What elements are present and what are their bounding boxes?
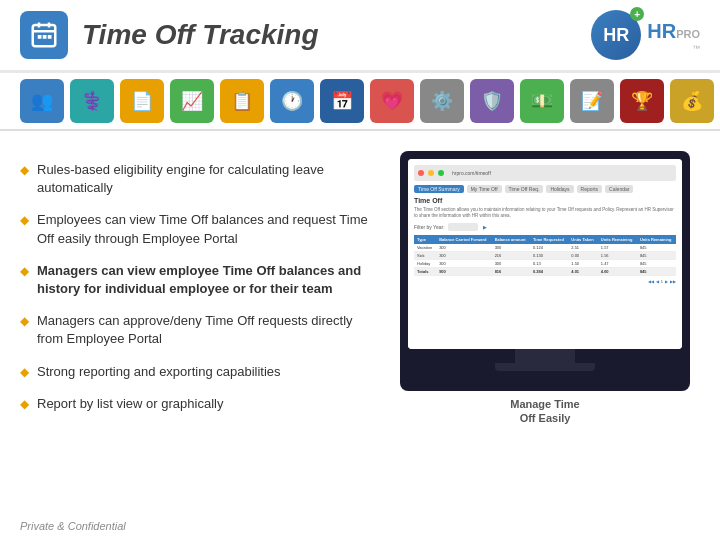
screen-pagination: ◀◀ ◀ 1 ▶ ▶▶ [414, 279, 676, 284]
screen-dot-green [438, 170, 444, 176]
bullet-text-4: Managers can approve/deny Time Off reque… [37, 312, 370, 348]
icon-gear[interactable]: ⚙️ [420, 79, 464, 123]
monitor: hrpro.com/timeoff Time Off Summary My Ti… [400, 151, 690, 391]
screen-header-bar: hrpro.com/timeoff [414, 165, 676, 181]
col-balance-amt: Balance amount [492, 235, 530, 244]
bullet-list: ◆ Rules-based eligibility engine for cal… [20, 151, 370, 531]
icon-people[interactable]: 👥 [20, 79, 64, 123]
screen-dot-red [418, 170, 424, 176]
screen-url-bar: hrpro.com/timeoff [452, 170, 491, 176]
icon-medical[interactable]: ⚕️ [70, 79, 114, 123]
monitor-stand [515, 349, 575, 363]
bullet-text-6: Report by list view or graphically [37, 395, 223, 413]
icon-page[interactable]: 📝 [570, 79, 614, 123]
icon-clipboard[interactable]: 📋 [220, 79, 264, 123]
screen-filter-box[interactable] [448, 223, 478, 231]
icon-document[interactable]: 📄 [120, 79, 164, 123]
screen-filter-link[interactable]: ▶ [483, 224, 487, 230]
icon-calendar[interactable]: 📅 [320, 79, 364, 123]
logo-circle: HR + [591, 10, 641, 60]
bullet-item-1: ◆ Rules-based eligibility engine for cal… [20, 161, 370, 197]
bullet-diamond-3: ◆ [20, 264, 29, 278]
page-header: Time Off Tracking HR + HRPRO ™ [0, 0, 720, 73]
bullet-item-5: ◆ Strong reporting and exporting capabil… [20, 363, 370, 381]
bullet-diamond-1: ◆ [20, 163, 29, 177]
manage-time-label: Manage TimeOff Easily [510, 397, 580, 426]
logo: HR + HRPRO ™ [591, 10, 700, 60]
screen-dot-yellow [428, 170, 434, 176]
icon-money[interactable]: 💰 [670, 79, 714, 123]
icon-chart[interactable]: 📈 [170, 79, 214, 123]
footer: Private & Confidential [20, 520, 126, 532]
icon-dollar[interactable]: 💵 [520, 79, 564, 123]
table-row: Vacation 300 300 0.124 2.51 1.57 845 [414, 244, 676, 252]
monitor-base [495, 363, 595, 371]
col-requested: Time Requested [530, 235, 568, 244]
bullet-text-3: Managers can view employee Time Off bala… [37, 262, 370, 298]
screen-nav-requests[interactable]: Time Off Req. [505, 185, 544, 193]
bullet-item-6: ◆ Report by list view or graphically [20, 395, 370, 413]
logo-pro: PRO [676, 28, 700, 40]
bullet-diamond-5: ◆ [20, 365, 29, 379]
col-units: Units Remaining [637, 235, 676, 244]
screen-table: Type Balance Carried Forward Balance amo… [414, 235, 676, 276]
screen-nav-holidays[interactable]: Holidays [546, 185, 573, 193]
icon-award[interactable]: 🏆 [620, 79, 664, 123]
bullet-item-4: ◆ Managers can approve/deny Time Off req… [20, 312, 370, 348]
screen-filter: Filter by Year: ▶ [414, 223, 676, 231]
svg-rect-5 [43, 35, 47, 39]
col-remaining: Units Remaining [598, 235, 637, 244]
bullet-item-3: ◆ Managers can view employee Time Off ba… [20, 262, 370, 298]
screen-desc: The Time Off section allows you to maint… [414, 207, 676, 219]
bullet-text-5: Strong reporting and exporting capabilit… [37, 363, 281, 381]
icon-shield[interactable]: 🛡️ [470, 79, 514, 123]
screen-nav-reports[interactable]: Reports [577, 185, 603, 193]
logo-letters: HR [603, 25, 629, 46]
logo-tm: ™ [643, 44, 700, 53]
table-row: Holiday 300 300 0.13 1.50 1.47 845 [414, 259, 676, 267]
monitor-screen: hrpro.com/timeoff Time Off Summary My Ti… [408, 159, 682, 349]
table-row-totals: Totals 900 816 0.384 4.01 4.60 845 [414, 267, 676, 275]
icon-heart[interactable]: 💗 [370, 79, 414, 123]
footer-text: Private & Confidential [20, 520, 126, 532]
monitor-area: hrpro.com/timeoff Time Off Summary My Ti… [390, 151, 700, 531]
col-balance-cf: Balance Carried Forward [436, 235, 492, 244]
logo-text: HRPRO [647, 18, 700, 44]
screen-filter-label: Filter by Year: [414, 224, 445, 230]
screen-nav: Time Off Summary My Time Off Time Off Re… [414, 185, 676, 193]
main-content: ◆ Rules-based eligibility engine for cal… [0, 131, 720, 540]
screen-title: Time Off [414, 197, 676, 204]
icon-clock[interactable]: 🕐 [270, 79, 314, 123]
bullet-item-2: ◆ Employees can view Time Off balances a… [20, 211, 370, 247]
header-calendar-icon [20, 11, 68, 59]
col-taken: Units Taken [568, 235, 598, 244]
screen-nav-my[interactable]: My Time Off [467, 185, 502, 193]
bullet-diamond-6: ◆ [20, 397, 29, 411]
svg-rect-4 [38, 35, 42, 39]
logo-plus-icon: + [630, 7, 644, 21]
screen-nav-summary[interactable]: Time Off Summary [414, 185, 464, 193]
table-row: Sick 300 216 0.130 0.00 1.56 845 [414, 251, 676, 259]
bullet-diamond-4: ◆ [20, 314, 29, 328]
screen-content: hrpro.com/timeoff Time Off Summary My Ti… [408, 159, 682, 349]
svg-rect-6 [48, 35, 52, 39]
bullet-text-2: Employees can view Time Off balances and… [37, 211, 370, 247]
icon-bar: 👥 ⚕️ 📄 📈 📋 🕐 📅 💗 ⚙️ 🛡️ 💵 📝 🏆 💰 [0, 73, 720, 131]
bullet-diamond-2: ◆ [20, 213, 29, 227]
col-type: Type [414, 235, 436, 244]
page-title: Time Off Tracking [82, 19, 591, 51]
bullet-text-1: Rules-based eligibility engine for calcu… [37, 161, 370, 197]
screen-nav-calendar[interactable]: Calendar [605, 185, 633, 193]
